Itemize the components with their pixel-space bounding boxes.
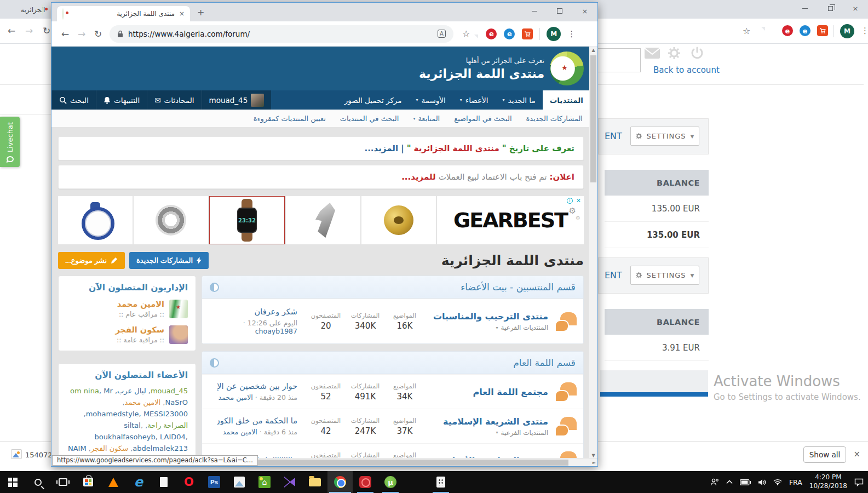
forum-row[interactable]: منتدى السياسة والأخبار المواضيع10K المشا… xyxy=(202,443,583,459)
home-app-icon[interactable]: ⌂ xyxy=(252,471,277,493)
microsoft-store-icon[interactable] xyxy=(76,471,101,493)
settings-button[interactable]: SETTINGS ▼ xyxy=(630,127,699,146)
member-link[interactable]: siltal xyxy=(124,421,143,429)
extension-red-e-icon[interactable]: e xyxy=(782,25,793,36)
search-field-fragment[interactable] xyxy=(597,48,641,72)
collapse-toggle-icon[interactable] xyxy=(210,283,219,292)
ad-info-icon[interactable]: i xyxy=(567,198,573,204)
more-link[interactable]: | المزيد... xyxy=(364,144,404,153)
minimize-button[interactable] xyxy=(522,3,547,19)
settings-button[interactable]: SETTINGS ▼ xyxy=(630,266,699,285)
nav-whats-new[interactable]: ما الجديد▾ xyxy=(496,90,543,110)
forum-row[interactable]: منتدى الترحيب والمناسبات المنتديات الفرع… xyxy=(202,299,583,343)
kmplayer-icon[interactable] xyxy=(277,471,302,493)
subnav-new-posts[interactable]: المشاركات الجديدة xyxy=(526,114,583,123)
back-icon[interactable]: ← xyxy=(57,28,73,39)
language-indicator[interactable]: FRA xyxy=(789,478,802,486)
admin-name[interactable]: الامين محمد xyxy=(117,300,164,308)
subnav-mark-forums-read[interactable]: تعيين المنتديات كمقروءة xyxy=(254,114,326,123)
address-bar[interactable]: https://www.4algeria.com/forum/ A xyxy=(110,25,453,43)
nav-forums[interactable]: المنتديات xyxy=(543,90,590,110)
nav-search[interactable]: البحث xyxy=(51,90,96,110)
subnav-watched[interactable]: المتابعة▾ xyxy=(413,114,440,123)
admin-name[interactable]: سكون الفجر xyxy=(115,325,164,334)
bookmark-star-icon[interactable]: ☆ xyxy=(462,28,470,39)
gear-icon[interactable] xyxy=(667,46,681,62)
extension-cart-icon[interactable] xyxy=(817,25,828,36)
extension-blue-e-icon[interactable]: e xyxy=(504,28,515,39)
translate-icon[interactable]: A xyxy=(438,30,446,38)
people-icon[interactable] xyxy=(710,478,719,486)
forum-row[interactable]: منتدى الشريعة الإسلامية المنتديات الفرعي… xyxy=(202,409,583,443)
collapse-toggle-icon[interactable] xyxy=(210,358,219,368)
ad-product-silver-ring[interactable] xyxy=(134,196,208,244)
start-button[interactable] xyxy=(0,471,25,493)
subnav-search-threads[interactable]: البحث في المواضيع xyxy=(454,114,511,123)
last-post-title[interactable]: شكر وعرفان xyxy=(217,307,297,316)
maximize-button[interactable] xyxy=(547,3,572,19)
vertical-scrollbar[interactable]: ▲ ▼ xyxy=(589,47,597,459)
taskbar-search-icon[interactable] xyxy=(25,471,50,493)
nav-user-account[interactable]: mouad_45 xyxy=(202,90,272,110)
profile-avatar[interactable]: M xyxy=(840,24,854,38)
photoshop-icon[interactable]: Ps xyxy=(202,471,227,493)
volume-icon[interactable] xyxy=(758,479,766,486)
nav-image-upload-center[interactable]: مركز تحميل الصور xyxy=(337,90,409,110)
last-post-user[interactable]: choayb1987 xyxy=(255,327,297,335)
browser-menu-icon[interactable]: ⋮ xyxy=(861,26,868,36)
member-link[interactable]: abdelmalek213 xyxy=(128,444,188,452)
member-link[interactable]: LAID04 xyxy=(160,433,188,441)
ad-product-watch[interactable] xyxy=(58,196,133,244)
nav-conversations[interactable]: المحادثات✉ xyxy=(147,90,201,110)
member-link[interactable]: boukhalfasoheyb xyxy=(95,433,160,441)
show-all-downloads-button[interactable]: Show all xyxy=(803,446,846,463)
active-tab[interactable]: منتدى اللمة الجزائرية × xyxy=(57,6,190,21)
forward-icon[interactable]: → xyxy=(25,25,33,36)
back-to-account-link[interactable]: Back to account xyxy=(653,65,720,75)
last-post-title[interactable]: حوار بين شخصين عن الإحترام xyxy=(217,382,297,391)
battery-icon[interactable] xyxy=(740,479,751,485)
browser-menu-icon[interactable]: ⋮ xyxy=(567,29,576,39)
utorrent-icon[interactable]: µ xyxy=(378,471,403,493)
last-post-title[interactable]: ما الحكمة من خلق الكون ؟؟... xyxy=(217,416,297,425)
ad-brand-gearbest[interactable]: GearBest ⚙ ⚙ xyxy=(437,196,584,244)
ad-product-smartwatch[interactable]: 23:32 xyxy=(209,196,285,244)
ad-product-gold-ring[interactable] xyxy=(361,196,436,244)
opera-icon[interactable]: O xyxy=(176,471,202,493)
edge-icon[interactable]: e xyxy=(126,471,151,493)
bookmark-star-icon[interactable]: ☆ xyxy=(743,26,750,36)
admin-avatar[interactable] xyxy=(169,300,188,318)
file-explorer-icon[interactable] xyxy=(302,471,327,493)
extension-red-e-icon[interactable]: e xyxy=(486,28,497,39)
restore-button[interactable] xyxy=(818,0,843,16)
close-tab-icon[interactable]: × xyxy=(179,10,185,18)
new-posts-button[interactable]: المشاركات الجديدة xyxy=(129,252,209,269)
member-link[interactable]: mouad_45 xyxy=(146,387,188,395)
photos-icon[interactable] xyxy=(227,471,252,493)
more-link[interactable]: للمزيد... xyxy=(401,172,436,182)
last-post-user[interactable]: الامين محمد xyxy=(219,393,253,402)
forum-name[interactable]: منتدى الترحيب والمناسبات xyxy=(424,311,548,322)
action-center-icon[interactable] xyxy=(854,478,864,486)
nav-medals[interactable]: الأوسمة▾ xyxy=(409,90,453,110)
downloaded-image-icon[interactable] xyxy=(11,449,22,459)
forum-logo-icon[interactable] xyxy=(550,51,584,85)
scrollbar-thumb[interactable] xyxy=(590,55,596,182)
member-link[interactable]: mohamedstyle xyxy=(86,410,143,418)
admin-avatar[interactable] xyxy=(169,325,188,344)
nav-alerts[interactable]: التنبيهات xyxy=(96,90,147,110)
subforums-toggle[interactable]: المنتديات الفرعية▾ xyxy=(424,324,548,331)
chrome-icon[interactable] xyxy=(327,471,353,493)
profile-avatar[interactable]: M xyxy=(547,27,561,41)
ad-product-wing-ring[interactable] xyxy=(286,196,360,244)
notepad-icon[interactable] xyxy=(151,471,176,493)
last-post-user[interactable]: الامين محمد xyxy=(223,428,257,436)
calculator-icon[interactable] xyxy=(428,471,453,493)
member-link[interactable]: ليال عرب xyxy=(113,387,146,395)
nav-members[interactable]: الأعضاء▾ xyxy=(453,90,496,110)
ad-banner[interactable]: i ✕ 23:32 GearBest ⚙ ⚙ xyxy=(58,196,584,244)
task-view-icon[interactable] xyxy=(50,471,76,493)
ad-close-icon[interactable]: ✕ xyxy=(576,197,581,204)
vlc-icon[interactable] xyxy=(101,471,126,493)
forward-icon[interactable]: → xyxy=(73,28,90,39)
